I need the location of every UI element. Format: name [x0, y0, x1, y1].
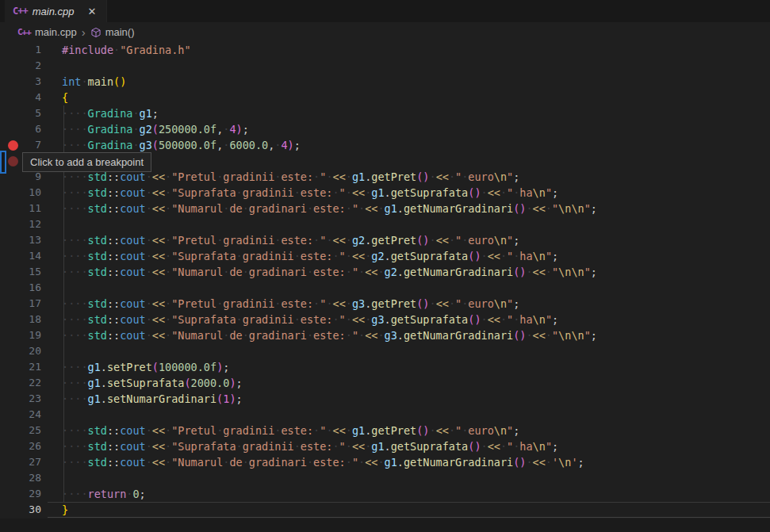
focus-indicator — [0, 151, 6, 174]
code-line[interactable]: ····Gradina·g3(500000.0f,·6000.0,·4); — [62, 137, 301, 153]
breakpoint-gutter[interactable]: 6 — [0, 121, 62, 137]
breakpoint-gutter[interactable]: 30 — [0, 502, 62, 518]
editor-row: 21····g1.setPret(100000.0f); — [0, 359, 770, 375]
breakpoint-gutter[interactable]: 16 — [0, 280, 62, 296]
breakpoint-gutter[interactable]: 15 — [0, 264, 62, 280]
editor-row: 25····std::cout·<<·"Pretul·gradinii·este… — [0, 423, 770, 438]
editor-empty-area — [0, 519, 770, 532]
breakpoint-gutter[interactable]: 4 — [0, 90, 62, 105]
editor-row: 5····Gradina·g1; — [0, 105, 770, 121]
code-line[interactable]: ····return·0; — [62, 486, 146, 502]
line-number: 11 — [0, 201, 41, 216]
chevron-right-icon: › — [82, 26, 86, 38]
code-line[interactable]: ····std::cout·<<·"Numarul·de·gradinari·e… — [62, 201, 597, 216]
editor-row: 19····std::cout·<<·"Numarul·de·gradinari… — [0, 327, 770, 343]
editor-row: 28 — [0, 470, 770, 486]
breakpoint-gutter[interactable]: 19 — [0, 327, 62, 343]
code-line[interactable]: ····std::cout·<<·"Suprafata·gradinii·est… — [62, 438, 558, 454]
line-number: 25 — [0, 423, 41, 438]
cpp-file-icon: C++ — [13, 6, 28, 16]
breakpoint-gutter[interactable]: 27 — [0, 454, 62, 470]
vscode-window: { "window": { "tab": { "label": "main.cp… — [0, 0, 770, 532]
code-line[interactable]: ····std::cout·<<·"Suprafata·gradinii·est… — [62, 312, 558, 327]
line-number: 17 — [0, 296, 41, 312]
editor-row: 1#include·"Gradina.h" — [0, 42, 770, 58]
tab-main-cpp[interactable]: C++ main.cpp ✕ — [5, 0, 107, 22]
breadcrumb: C++ main.cpp › main() — [0, 22, 770, 42]
breakpoint-gutter[interactable]: 22 — [0, 375, 62, 391]
line-number: 13 — [0, 232, 41, 248]
code-line[interactable]: ····g1.setSuprafata(2000.0); — [62, 375, 243, 391]
editor-row: 20 — [0, 343, 770, 359]
breakpoint-gutter[interactable]: 3 — [0, 74, 62, 90]
editor-rows: 1#include·"Gradina.h"23int·main()4{5····… — [0, 42, 770, 518]
breadcrumb-file[interactable]: C++ main.cpp — [17, 26, 77, 38]
tab-label: main.cpp — [33, 6, 75, 17]
line-number: 20 — [0, 343, 41, 359]
line-number: 3 — [0, 74, 41, 90]
breakpoint-gutter[interactable]: 21 — [0, 359, 62, 375]
breakpoint-gutter[interactable]: 2 — [0, 58, 62, 74]
line-number: 27 — [0, 454, 41, 470]
breakpoint-gutter[interactable]: 28 — [0, 470, 62, 486]
breakpoint-gutter[interactable]: 24 — [0, 407, 62, 423]
editor-row: 11····std::cout·<<·"Numarul·de·gradinari… — [0, 201, 770, 216]
breadcrumb-symbol-label: main() — [105, 26, 135, 38]
close-icon[interactable]: ✕ — [85, 5, 98, 18]
editor-row: 17····std::cout·<<·"Pretul·gradinii·este… — [0, 296, 770, 312]
code-line[interactable]: ····std::cout·<<·"Suprafata·gradinii·est… — [62, 248, 558, 264]
breakpoint-gutter[interactable]: 1 — [0, 42, 62, 58]
breakpoint-gutter[interactable]: 25 — [0, 423, 62, 438]
editor-row: 22····g1.setSuprafata(2000.0); — [0, 375, 770, 391]
code-line[interactable]: } — [62, 502, 68, 518]
code-line[interactable]: #include·"Gradina.h" — [62, 42, 191, 58]
editor-row: 13····std::cout·<<·"Pretul·gradinii·este… — [0, 232, 770, 248]
editor-row: 26····std::cout·<<·"Suprafata·gradinii·e… — [0, 438, 770, 454]
line-number: 6 — [0, 121, 41, 137]
code-line[interactable]: ····std::cout·<<·"Numarul·de·gradinari·e… — [62, 264, 597, 280]
cpp-file-icon: C++ — [17, 28, 31, 36]
line-number: 24 — [0, 407, 41, 423]
line-number: 12 — [0, 216, 41, 232]
breakpoint-gutter[interactable]: 5 — [0, 105, 62, 121]
editor-row: 16 — [0, 280, 770, 296]
editor-row: 3int·main() — [0, 74, 770, 90]
editor-row: 27····std::cout·<<·"Numarul·de·gradinari… — [0, 454, 770, 470]
line-number: 28 — [0, 470, 41, 486]
breakpoint-gutter[interactable]: 11 — [0, 201, 62, 216]
code-line[interactable]: ····Gradina·g2(250000.0f,·4); — [62, 121, 249, 137]
line-number: 2 — [0, 58, 41, 74]
editor-row: 18····std::cout·<<·"Suprafata·gradinii·e… — [0, 312, 770, 327]
code-line[interactable]: ····std::cout·<<·"Pretul·gradinii·este:·… — [62, 296, 519, 312]
code-line[interactable]: ····Gradina·g1; — [62, 105, 159, 121]
breakpoint-gutter[interactable]: 13 — [0, 232, 62, 248]
code-line[interactable]: ····std::cout·<<·"Numarul·de·gradinari·e… — [62, 454, 584, 470]
breakpoint-gutter[interactable]: 26 — [0, 438, 62, 454]
breakpoint-gutter[interactable]: 23 — [0, 391, 62, 407]
breakpoint-gutter[interactable]: 14 — [0, 248, 62, 264]
code-line[interactable]: int·main() — [62, 74, 126, 90]
editor-row: 30} — [0, 502, 770, 518]
code-line[interactable]: ····std::cout·<<·"Suprafata·gradinii·est… — [62, 185, 558, 201]
code-line[interactable]: ····std::cout·<<·"Numarul·de·gradinari·e… — [62, 327, 597, 343]
editor-row: 12 — [0, 216, 770, 232]
editor-row: 14····std::cout·<<·"Suprafata·gradinii·e… — [0, 248, 770, 264]
breakpoint-gutter[interactable]: 20 — [0, 343, 62, 359]
code-line[interactable]: { — [62, 90, 68, 105]
code-line[interactable]: ····g1.setNumarGradinari(1); — [62, 391, 243, 407]
code-line[interactable]: ····std::cout·<<·"Pretul·gradinii·este:·… — [62, 423, 519, 438]
breakpoint-gutter[interactable]: 29 — [0, 486, 62, 502]
breadcrumb-symbol[interactable]: main() — [90, 26, 135, 38]
code-line[interactable]: ····g1.setPret(100000.0f); — [62, 359, 229, 375]
breakpoint-gutter[interactable]: 17 — [0, 296, 62, 312]
line-number: 4 — [0, 90, 41, 105]
editor-row: 6····Gradina·g2(250000.0f,·4); — [0, 121, 770, 137]
breadcrumb-file-label: main.cpp — [35, 26, 77, 38]
code-line[interactable]: ····std::cout·<<·"Pretul·gradinii·este:·… — [62, 232, 519, 248]
breakpoint-gutter[interactable]: 18 — [0, 312, 62, 327]
editor-row: 23····g1.setNumarGradinari(1); — [0, 391, 770, 407]
breakpoint-gutter[interactable]: 10 — [0, 185, 62, 201]
symbol-method-icon — [90, 27, 102, 38]
breakpoint-gutter[interactable]: 12 — [0, 216, 62, 232]
breakpoint-gutter[interactable]: 7 — [0, 137, 62, 153]
